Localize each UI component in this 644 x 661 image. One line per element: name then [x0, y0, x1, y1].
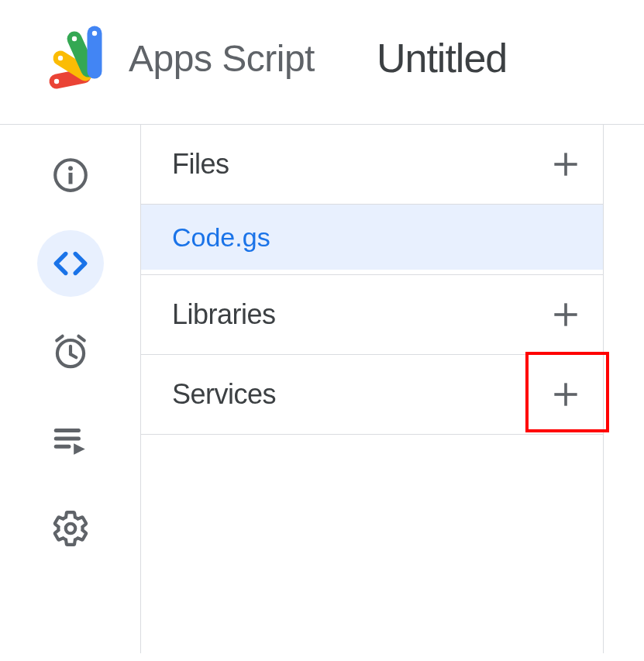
apps-script-logo-icon — [46, 23, 116, 93]
code-icon — [51, 244, 90, 283]
body: Files Code.gs Libraries — [0, 124, 644, 653]
plus-icon — [549, 298, 583, 332]
project-title[interactable]: Untitled — [377, 35, 507, 81]
section-files: Files — [141, 125, 603, 205]
info-icon — [51, 156, 90, 195]
add-library-button[interactable] — [544, 293, 587, 336]
gear-icon — [51, 509, 90, 548]
services-label: Services — [172, 378, 276, 411]
svg-line-15 — [78, 336, 84, 341]
nav-executions[interactable] — [37, 407, 104, 473]
section-services: Services — [141, 355, 603, 435]
plus-icon — [549, 377, 583, 411]
section-header-services: Services — [141, 355, 603, 434]
playlist-play-icon — [51, 421, 90, 460]
app-name: Apps Script — [129, 37, 315, 80]
file-list: Code.gs — [141, 205, 603, 275]
svg-marker-19 — [74, 443, 85, 455]
svg-point-9 — [68, 166, 73, 170]
svg-point-4 — [54, 79, 59, 84]
svg-point-6 — [72, 36, 77, 41]
nav-rail — [0, 125, 141, 653]
plus-icon — [549, 147, 583, 181]
nav-triggers[interactable] — [37, 318, 104, 385]
svg-point-20 — [65, 524, 75, 534]
svg-line-14 — [57, 336, 62, 341]
content-area — [604, 125, 644, 653]
libraries-label: Libraries — [172, 298, 276, 331]
svg-line-13 — [71, 354, 76, 357]
section-header-files: Files — [141, 125, 603, 204]
file-item[interactable]: Code.gs — [141, 205, 603, 270]
svg-rect-10 — [68, 173, 72, 184]
section-header-libraries: Libraries — [141, 275, 603, 354]
app-header: Apps Script Untitled — [0, 0, 644, 124]
add-service-button[interactable] — [544, 373, 587, 416]
nav-editor[interactable] — [37, 230, 104, 297]
nav-overview[interactable] — [37, 142, 104, 208]
logo-wrap: Apps Script — [46, 23, 315, 93]
files-label: Files — [172, 148, 229, 181]
add-file-button[interactable] — [544, 143, 587, 186]
alarm-clock-icon — [51, 332, 90, 371]
section-libraries: Libraries — [141, 275, 603, 355]
side-panel: Files Code.gs Libraries — [141, 125, 604, 653]
nav-settings[interactable] — [37, 495, 104, 562]
svg-point-7 — [92, 31, 97, 36]
svg-point-5 — [58, 56, 63, 60]
